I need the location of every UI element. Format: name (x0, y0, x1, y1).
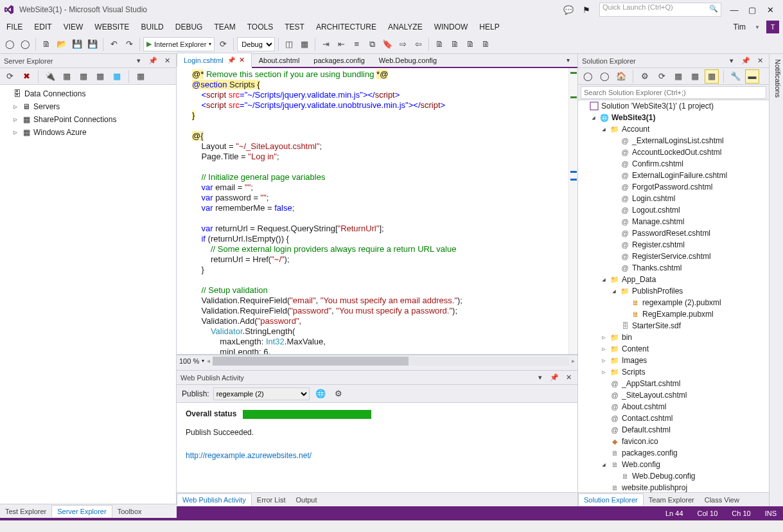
fwd-icon[interactable]: ◯ (597, 69, 611, 84)
menu-view[interactable]: VIEW (61, 21, 86, 33)
menu-analyze[interactable]: ANALYZE (385, 21, 425, 33)
published-url-link[interactable]: http://regexample.azurewebsites.net/ (186, 451, 312, 460)
solution-tree-item[interactable]: @AccountLockedOut.cshtml (578, 146, 769, 158)
panel-tab[interactable]: Class View (699, 494, 744, 506)
config-select[interactable]: Debug (237, 37, 275, 51)
redo-button[interactable]: ↷ (122, 37, 136, 51)
close-icon[interactable]: ✕ (239, 56, 245, 64)
solution-tree-item[interactable]: @RegisterService.cshtml (578, 251, 769, 262)
menu-test[interactable]: TEST (282, 21, 307, 33)
editor-tab[interactable]: Login.cshtml📌✕ (177, 53, 252, 67)
solution-tree-item[interactable]: ◆favicon.ico (578, 436, 769, 447)
solution-tree-item[interactable]: 🗎packages.config (578, 447, 769, 459)
solution-tree-item[interactable]: 📁Content (578, 343, 769, 355)
tb-icon[interactable]: ⧉ (365, 37, 379, 51)
panel-tab[interactable]: Solution Explorer (578, 493, 644, 506)
publish-settings-icon[interactable]: ⚙ (331, 387, 346, 401)
solution-tree-item[interactable]: @Contact.cshtml (578, 412, 769, 424)
refresh-icon[interactable]: ⟳ (3, 69, 17, 84)
tb-icon[interactable]: ▦ (297, 37, 312, 51)
azure-icon[interactable]: ▦ (110, 69, 124, 84)
horizontal-scrollbar[interactable] (213, 357, 569, 366)
connect-icon[interactable]: 🔌 (43, 69, 57, 84)
chevron-down-icon[interactable]: ▼ (752, 23, 762, 31)
solution-tree-item[interactable]: 🗄StarterSite.sdf (578, 320, 769, 332)
solution-tree-item[interactable]: 📁App_Data (578, 274, 769, 285)
tb-icon[interactable]: ▦ (93, 69, 107, 84)
pin-icon[interactable]: 📌 (227, 57, 235, 64)
user-avatar[interactable]: T (766, 21, 779, 33)
solution-tree-item[interactable]: Solution 'WebSite3(1)' (1 project) (578, 100, 769, 112)
menu-website[interactable]: WEBSITE (92, 21, 132, 33)
tb-icon[interactable]: ▦ (705, 69, 719, 84)
solution-tree-item[interactable]: @Manage.cshtml (578, 216, 769, 227)
panel-tab[interactable]: Test Explorer (0, 506, 51, 517)
solution-tree-item[interactable]: 🗎regexample (2).pubxml (578, 297, 769, 308)
quick-launch-input[interactable]: Quick Launch (Ctrl+Q) 🔍 (599, 3, 721, 17)
tb-icon[interactable]: ▦ (134, 69, 148, 84)
panel-tab[interactable]: Output (290, 494, 322, 506)
flag-icon[interactable]: ⚑ (577, 3, 595, 17)
server-tree-item[interactable]: ▷▦SharePoint Connections (0, 113, 176, 126)
server-tree-item[interactable]: ▷▦Windows Azure (0, 126, 176, 139)
panel-tab[interactable]: Team Explorer (644, 494, 699, 506)
solution-tree-item[interactable]: 📁Images (578, 355, 769, 366)
stop-icon[interactable]: ✖ (19, 69, 33, 84)
pin-icon[interactable]: 📌 (741, 56, 751, 66)
solution-tree-item[interactable]: @_SiteLayout.cshtml (578, 389, 769, 401)
editor-tab[interactable]: About.cshtml (252, 53, 307, 67)
save-button[interactable]: 💾 (70, 37, 84, 51)
home-icon[interactable]: 🏠 (614, 69, 628, 84)
solution-tree-item[interactable]: 📁Account (578, 123, 769, 135)
solution-tree-item[interactable]: @Thanks.cshtml (578, 262, 769, 274)
server-tree-item[interactable]: 🗄Data Connections (0, 87, 176, 100)
solution-tree-item[interactable]: @Logout.cshtml (578, 204, 769, 216)
tb-icon[interactable]: ▬ (745, 69, 759, 84)
nav-fwd-button[interactable]: ◯ (18, 37, 32, 51)
pin-icon[interactable]: 📌 (549, 373, 559, 383)
menu-build[interactable]: BUILD (138, 21, 166, 33)
solution-tree-item[interactable]: 📁Scripts (578, 366, 769, 378)
tb-icon[interactable]: ⇥ (319, 37, 333, 51)
solution-tree-item[interactable]: 📁PublishProfiles (578, 285, 769, 297)
solution-tree-item[interactable]: @Default.cshtml (578, 424, 769, 436)
panel-tab[interactable]: Server Explorer (51, 505, 112, 517)
pin-icon[interactable]: 📌 (148, 56, 158, 66)
undo-button[interactable]: ↶ (107, 37, 121, 51)
close-icon[interactable]: ✕ (162, 56, 172, 66)
scroll-indicator[interactable] (568, 68, 577, 354)
solution-tree-item[interactable]: 📁bin (578, 332, 769, 343)
tb-icon[interactable]: ⇤ (334, 37, 348, 51)
feedback-icon[interactable]: 💬 (559, 3, 577, 17)
solution-tree-item[interactable]: 🗎RegExample.pubxml (578, 308, 769, 320)
tb-icon[interactable]: ⇦ (411, 37, 425, 51)
solution-tree-item[interactable]: @Register.cshtml (578, 239, 769, 251)
tb-icon[interactable]: ▦ (671, 69, 685, 84)
refresh-button[interactable]: ⟳ (216, 37, 230, 51)
dropdown-icon[interactable]: ▾ (134, 56, 144, 66)
solution-tree[interactable]: Solution 'WebSite3(1)' (1 project)🌐WebSi… (578, 100, 769, 492)
close-icon[interactable]: ✕ (755, 56, 765, 66)
chevron-down-icon[interactable]: ▾ (202, 358, 204, 364)
solution-tree-item[interactable]: @_ExternalLoginsList.cshtml (578, 135, 769, 146)
server-explorer-tree[interactable]: 🗄Data Connections▷🖥Servers▷▦SharePoint C… (0, 85, 176, 506)
menu-window[interactable]: WINDOW (432, 21, 471, 33)
menu-team[interactable]: TEAM (211, 21, 238, 33)
start-debug-button[interactable]: ▶ Internet Explorer ▾ (143, 37, 215, 51)
tb-icon[interactable]: 🗎 (448, 37, 462, 51)
code-editor[interactable]: @* Remove this section if you are using … (177, 68, 577, 355)
menu-edit[interactable]: EDIT (31, 21, 54, 33)
solution-tree-item[interactable]: @_AppStart.cshtml (578, 378, 769, 389)
solution-search-input[interactable] (581, 86, 766, 99)
search-icon[interactable]: 🔍 (709, 4, 718, 13)
tb-icon[interactable]: 🗎 (432, 37, 446, 51)
menu-tools[interactable]: TOOLS (245, 21, 276, 33)
solution-tree-item[interactable]: 🗎Web.Debug.config (578, 470, 769, 482)
minimize-button[interactable]: — (725, 3, 743, 17)
panel-tab[interactable]: Error List (252, 494, 291, 506)
save-all-button[interactable]: 💾 (85, 37, 100, 51)
panel-tab[interactable]: Web Publish Activity (177, 493, 252, 506)
nav-back-button[interactable]: ◯ (3, 37, 17, 51)
solution-tree-item[interactable]: @Login.cshtml (578, 193, 769, 204)
publish-web-icon[interactable]: 🌐 (313, 387, 328, 401)
